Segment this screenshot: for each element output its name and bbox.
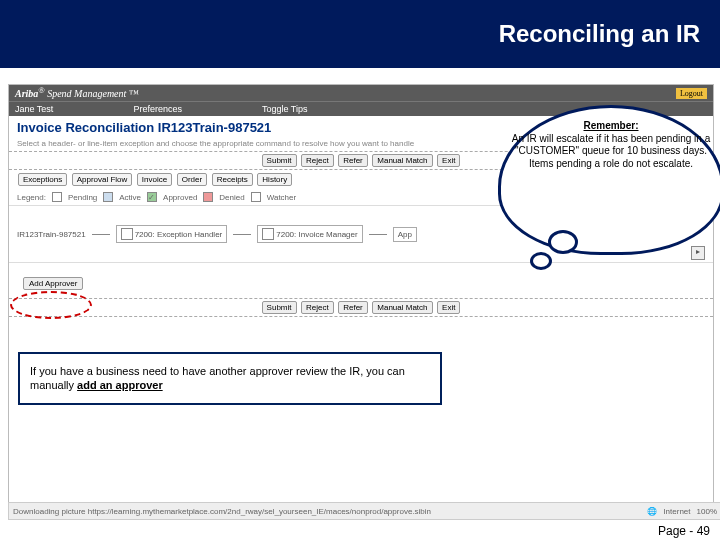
callout-box: If you have a business need to have anot…	[18, 352, 442, 405]
manual-match-button-2[interactable]: Manual Match	[372, 301, 432, 314]
user-name: Jane Test	[15, 104, 53, 114]
reject-button-2[interactable]: Reject	[301, 301, 334, 314]
tab-invoice[interactable]: Invoice	[137, 173, 172, 186]
manual-match-button[interactable]: Manual Match	[372, 154, 432, 167]
cloud-bubble-2	[530, 252, 552, 270]
browser-status-bar: Downloading picture https://learning.myt…	[8, 502, 720, 520]
submit-button[interactable]: Submit	[262, 154, 297, 167]
action-row-bottom: Submit Reject Refer Manual Match Exit	[9, 299, 713, 317]
status-url: Downloading picture https://learning.myt…	[13, 507, 431, 516]
add-approver-button[interactable]: Add Approver	[23, 277, 83, 290]
reject-button[interactable]: Reject	[301, 154, 334, 167]
logout-button[interactable]: Logout	[676, 88, 707, 99]
page-number: Page - 49	[658, 524, 710, 538]
nav-preferences[interactable]: Preferences	[133, 104, 182, 114]
ariba-logo: Ariba	[15, 89, 38, 100]
tab-order[interactable]: Order	[177, 173, 207, 186]
tab-approval-flow[interactable]: Approval Flow	[72, 173, 133, 186]
flow-node-1: 7200: Exception Handler	[116, 225, 228, 243]
tab-history[interactable]: History	[257, 173, 292, 186]
exit-button-2[interactable]: Exit	[437, 301, 460, 314]
slide-title: Reconciling an IR	[499, 20, 700, 48]
refer-button-2[interactable]: Refer	[338, 301, 368, 314]
refer-button[interactable]: Refer	[338, 154, 368, 167]
submit-button-2[interactable]: Submit	[262, 301, 297, 314]
flow-node-3: App	[393, 227, 417, 242]
globe-icon: 🌐	[647, 507, 657, 516]
exit-button[interactable]: Exit	[437, 154, 460, 167]
cloud-bubble-1	[548, 230, 578, 254]
tab-receipts[interactable]: Receipts	[212, 173, 253, 186]
flow-node-2: 7200: Invoice Manager	[257, 225, 362, 243]
scroll-right-icon[interactable]: ▸	[691, 246, 705, 260]
nav-toggle-tips[interactable]: Toggle Tips	[262, 104, 308, 114]
remember-cloud: Remember: An IR will escalate if it has …	[498, 105, 720, 255]
tab-exceptions[interactable]: Exceptions	[18, 173, 67, 186]
